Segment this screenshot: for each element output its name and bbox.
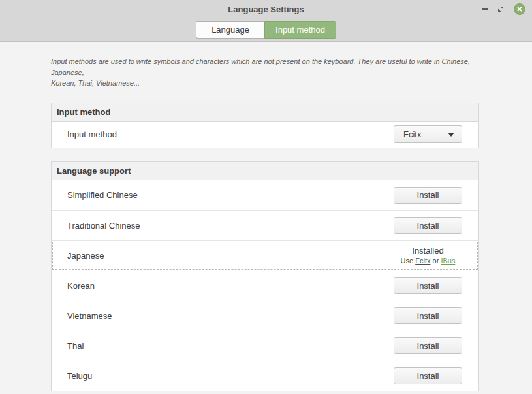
language-label: Japanese: [67, 251, 104, 261]
tab-bar: Language Input method: [0, 18, 532, 42]
language-support-panel-header: Language support: [52, 162, 478, 180]
japanese-status-block: Installed Use Fcitx or IBus: [394, 245, 462, 266]
ibus-link[interactable]: IBus: [441, 257, 455, 265]
titlebar: Language Settings: [0, 0, 532, 18]
language-label: Simplified Chinese: [67, 190, 138, 200]
description-text: Input methods are used to write symbols …: [51, 56, 479, 89]
install-button-telugu[interactable]: Install: [394, 367, 462, 384]
row-korean: Korean Install: [52, 271, 478, 301]
chevron-down-icon: [448, 133, 454, 137]
row-thai: Thai Install: [52, 331, 478, 361]
language-settings-window: Language Settings Language Input method: [0, 0, 532, 394]
minimize-icon: [482, 8, 488, 10]
description-line-1: Input methods are used to write symbols …: [51, 56, 479, 78]
language-label: Korean: [67, 281, 95, 291]
input-method-panel: Input method Input method Fcitx: [51, 103, 479, 148]
or-text: or: [430, 257, 441, 265]
install-button-simplified-chinese[interactable]: Install: [394, 187, 462, 204]
use-prefix: Use: [401, 257, 414, 265]
input-method-row-label: Input method: [67, 129, 117, 139]
language-label: Thai: [67, 341, 84, 351]
language-label: Traditional Chinese: [67, 221, 140, 231]
use-line: Use Fcitx or IBus: [401, 256, 456, 266]
input-method-panel-header: Input method: [52, 103, 478, 122]
tab-language[interactable]: Language: [196, 21, 264, 39]
installed-status-label: Installed: [412, 245, 443, 257]
close-button[interactable]: [514, 3, 525, 15]
install-button-vietnamese[interactable]: Install: [394, 307, 462, 324]
maximize-button[interactable]: [497, 6, 504, 12]
install-button-korean[interactable]: Install: [394, 277, 462, 294]
row-vietnamese: Vietnamese Install: [52, 301, 478, 331]
tab-input-method[interactable]: Input method: [264, 21, 336, 39]
row-japanese: Japanese Installed Use Fcitx or IBus: [52, 240, 478, 271]
row-telugu: Telugu Install: [52, 361, 478, 391]
language-support-panel: Language support Simplified Chinese Inst…: [51, 161, 479, 391]
install-button-thai[interactable]: Install: [394, 337, 462, 354]
input-method-dropdown[interactable]: Fcitx: [394, 125, 462, 143]
description-line-2: Korean, Thai, Vietnamese...: [51, 78, 479, 89]
language-label: Telugu: [67, 371, 92, 381]
fcitx-link[interactable]: Fcitx: [415, 257, 430, 265]
install-button-traditional-chinese[interactable]: Install: [394, 217, 462, 234]
content-area: Input methods are used to write symbols …: [0, 42, 532, 394]
maximize-icon: [497, 6, 504, 12]
input-method-dropdown-value: Fcitx: [403, 129, 421, 139]
language-label: Vietnamese: [67, 311, 112, 321]
minimize-button[interactable]: [482, 8, 488, 10]
window-title: Language Settings: [228, 5, 304, 14]
row-simplified-chinese: Simplified Chinese Install: [52, 180, 478, 210]
close-icon: [517, 7, 522, 12]
input-method-row: Input method Fcitx: [52, 122, 478, 148]
window-controls: [482, 0, 525, 18]
row-traditional-chinese: Traditional Chinese Install: [52, 210, 478, 240]
